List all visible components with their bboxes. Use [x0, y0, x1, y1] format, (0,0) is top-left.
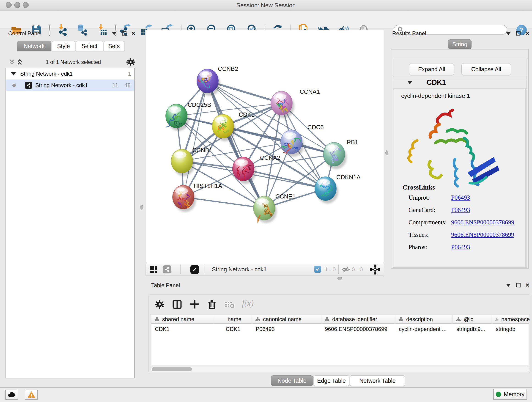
grid-view-icon[interactable] [150, 266, 157, 274]
column-header[interactable]: name [214, 315, 252, 323]
tab-node-table[interactable]: Node Table [271, 375, 313, 386]
create-column-icon[interactable] [189, 299, 200, 310]
network-edge-count: 48 [124, 82, 131, 89]
memory-label: Memory [504, 391, 525, 398]
left-splitter-handle[interactable] [140, 205, 143, 210]
expand-all-networks-icon[interactable] [16, 59, 23, 67]
network-node-CDC25B[interactable] [166, 104, 189, 131]
close-panel-icon[interactable]: × [132, 31, 135, 36]
node-label-CCNB2: CCNB2 [218, 65, 238, 72]
selected-nodes-checkbox[interactable] [314, 266, 321, 273]
cell-id: stringdb:9... [453, 324, 492, 334]
column-header[interactable]: database identifier [321, 315, 395, 323]
crosslink-label: Compartments: [409, 219, 447, 226]
crosslink-uniprot-link[interactable]: P06493 [451, 194, 470, 201]
network-view-type-icon[interactable] [163, 265, 171, 274]
network-options-gear-icon[interactable] [127, 58, 135, 67]
network-view-canvas[interactable]: CCNB2CCNA1CDC25BCDK1CDC6RB1CCNB1CCNA2CDK… [145, 30, 384, 263]
fit-center-crosshair-icon[interactable] [370, 264, 380, 275]
node-label-RB1: RB1 [347, 139, 358, 146]
collapse-all-button[interactable]: Collapse All [462, 63, 511, 75]
crosslink-genecard-link[interactable]: P06493 [451, 206, 470, 214]
panel-menu-icon[interactable] [112, 32, 117, 35]
table-horizontal-scrollbar[interactable] [151, 366, 529, 372]
birds-eye-view-icon[interactable] [190, 265, 199, 274]
network-node-RB1[interactable] [323, 142, 347, 169]
function-builder-icon[interactable]: f(x) [242, 298, 254, 308]
tab-network[interactable]: Network [17, 41, 51, 51]
network-node-CDKN1A[interactable] [315, 177, 338, 204]
close-panel-icon[interactable]: × [526, 283, 529, 287]
import-table-icon[interactable] [96, 24, 108, 36]
network-node-CDC6[interactable] [281, 130, 304, 157]
float-panel-icon[interactable] [516, 283, 520, 287]
table-options-gear-icon[interactable] [154, 299, 165, 310]
network-collection-row[interactable]: String Network - cdk1 1 [6, 68, 134, 80]
tab-sets[interactable]: Sets [104, 41, 124, 51]
panel-menu-icon[interactable] [506, 32, 511, 35]
network-graph[interactable]: CCNB2CCNA1CDC25BCDK1CDC6RB1CCNB1CCNA2CDK… [146, 30, 384, 263]
network-node-CCNA2[interactable] [233, 157, 256, 184]
cloud-status-button[interactable] [5, 390, 18, 400]
crosslink-compartments-link[interactable]: 9606.ENSP00000378699 [451, 219, 514, 226]
node-label-CCNA1: CCNA1 [300, 88, 320, 95]
collection-count: 1 [128, 70, 131, 77]
network-node-CCNA1[interactable] [271, 91, 294, 118]
title-bar: Session: New Session [0, 0, 532, 11]
hidden-eye-icon[interactable] [342, 266, 350, 274]
section-collapse-icon[interactable] [407, 81, 412, 84]
tab-style[interactable]: Style [52, 41, 75, 51]
memory-button[interactable]: Memory [493, 389, 527, 400]
bottom-splitter-handle[interactable] [337, 277, 342, 280]
tab-select[interactable]: Select [76, 41, 103, 51]
import-network-database-icon[interactable] [75, 24, 88, 36]
tab-string[interactable]: String [448, 39, 472, 49]
gene-section-header[interactable]: CDK1 [393, 77, 526, 89]
results-panel-title: Results Panel [392, 30, 426, 37]
network-node-HIST1H1A[interactable] [172, 185, 196, 212]
delete-columns-icon[interactable] [207, 299, 217, 310]
column-header[interactable]: @id [453, 315, 492, 323]
column-header[interactable]: canonical name [252, 315, 321, 323]
network-row-selected[interactable]: String Network - cdk1 11 48 [6, 80, 134, 91]
scrollbar-thumb[interactable] [152, 367, 192, 371]
network-tree: String Network - cdk1 1 String Network -… [6, 68, 135, 378]
right-splitter-handle[interactable] [385, 150, 388, 155]
gene-section: CDK1 cyclin-dependent kinase 1 [393, 77, 527, 268]
cell-description: cyclin-dependent ... [395, 324, 453, 334]
table-row[interactable]: CDK1 CDK1 P06493 9606.ENSP00000378699 cy… [151, 324, 529, 334]
crosslink-tissues-link[interactable]: 9606.ENSP00000378699 [451, 231, 514, 238]
float-panel-icon[interactable] [516, 31, 520, 36]
expand-all-button[interactable]: Expand All [409, 63, 454, 75]
column-header[interactable]: description [395, 315, 453, 323]
network-current-dot-icon [12, 84, 16, 87]
gene-description: cyclin-dependent kinase 1 [401, 92, 470, 99]
memory-status-dot [496, 392, 501, 397]
node-label-CCNA2: CCNA2 [260, 154, 280, 161]
column-header[interactable]: namespace [492, 315, 530, 323]
crosslink-pharos-link[interactable]: P06493 [451, 244, 470, 251]
network-node-CCNB2[interactable] [197, 69, 220, 96]
warning-icon [27, 391, 36, 398]
close-panel-icon[interactable]: × [526, 31, 529, 36]
network-type-icon [25, 82, 32, 89]
delete-table-icon[interactable] [225, 299, 235, 310]
network-node-CCNE1[interactable] [253, 196, 277, 223]
column-header[interactable]: shared name [151, 315, 214, 323]
network-label: String Network - cdk1 [35, 82, 88, 89]
tab-network-table[interactable]: Network Table [350, 375, 405, 386]
control-panel-controls: × [112, 31, 135, 36]
collapse-all-networks-icon[interactable] [8, 59, 16, 67]
network-node-CDK1[interactable] [212, 114, 235, 141]
panel-menu-icon[interactable] [506, 284, 511, 287]
tab-edge-table[interactable]: Edge Table [313, 375, 349, 386]
separator [367, 264, 367, 274]
network-edge-CCNB2-HIST1H1A[interactable] [183, 81, 208, 197]
collection-expand-icon[interactable] [11, 72, 16, 75]
show-columns-icon[interactable] [172, 299, 182, 310]
float-panel-icon[interactable] [122, 31, 127, 36]
import-network-icon[interactable] [56, 24, 69, 36]
crosslink-label: Pharos: [409, 244, 427, 251]
cell-database-identifier: 9606.ENSP00000378699 [321, 324, 395, 334]
warnings-button[interactable] [25, 390, 38, 400]
